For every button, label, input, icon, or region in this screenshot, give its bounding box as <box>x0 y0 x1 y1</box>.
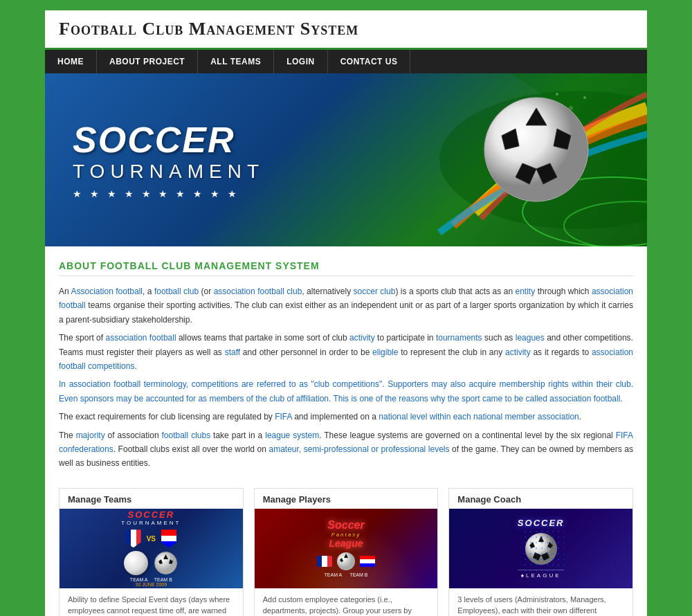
banner-stars: ★ ★ ★ ★ ★ ★ ★ ★ ★ ★ <box>73 188 264 199</box>
banner-title-line2: TOURNAMENT <box>73 161 264 183</box>
hero-banner: SOCCER TOURNAMENT ★ ★ ★ ★ ★ ★ ★ ★ ★ ★ <box>45 73 647 246</box>
card-players-image: Soccer Fantasy League <box>255 509 438 588</box>
nav-home[interactable]: HOME <box>45 50 97 73</box>
nav-about[interactable]: ABOUT PROJECT <box>97 50 198 73</box>
card-teams-image: SOCCER TOURNAMENT VS <box>60 509 243 588</box>
card-players-desc: Add custom employee categories (i.e., de… <box>255 588 438 616</box>
main-content: ABOUT FOOTBALL CLUB MANAGEMENT SYSTEM An… <box>45 246 647 616</box>
card-teams-desc: Ability to define Special Event days (da… <box>60 588 243 616</box>
nav-contact[interactable]: CONTACT US <box>328 50 411 73</box>
card-teams-title: Manage Teams <box>60 489 243 509</box>
cards-section: Manage Teams SOCCER TOURNAMENT VS <box>59 488 633 616</box>
banner-title-line1: SOCCER <box>73 120 264 160</box>
about-paragraph-1: An Association football, a football club… <box>59 284 633 327</box>
banner-soccer-ball <box>481 94 592 205</box>
nav-all-teams[interactable]: ALL TEAMS <box>198 50 274 73</box>
card-coach-title: Manage Coach <box>449 489 632 509</box>
site-title: Football Club Management System <box>59 19 633 39</box>
card-manage-teams: Manage Teams SOCCER TOURNAMENT VS <box>59 488 244 616</box>
main-nav: HOME ABOUT PROJECT ALL TEAMS LOGIN CONTA… <box>45 50 647 73</box>
about-paragraph-4: The exact requirements for club licensin… <box>59 410 633 424</box>
banner-text-block: SOCCER TOURNAMENT ★ ★ ★ ★ ★ ★ ★ ★ ★ ★ <box>45 100 292 219</box>
card-coach-image: SOCCER ♠LEAGU <box>449 509 632 588</box>
about-heading: ABOUT FOOTBALL CLUB MANAGEMENT SYSTEM <box>59 260 633 276</box>
card-manage-players: Manage Players Soccer Fantasy League <box>254 488 439 616</box>
about-paragraph-2: The sport of association football allows… <box>59 331 633 373</box>
card-manage-coach: Manage Coach SOCCER <box>448 488 633 616</box>
card-coach-desc: 3 levels of users (Administrators, Manag… <box>449 588 632 616</box>
card-players-title: Manage Players <box>255 489 438 509</box>
site-header: Football Club Management System <box>45 10 647 50</box>
nav-login[interactable]: LOGIN <box>274 50 328 73</box>
about-paragraph-5: The majority of association football clu… <box>59 428 633 471</box>
about-paragraph-3: In association football terminology, com… <box>59 377 633 406</box>
